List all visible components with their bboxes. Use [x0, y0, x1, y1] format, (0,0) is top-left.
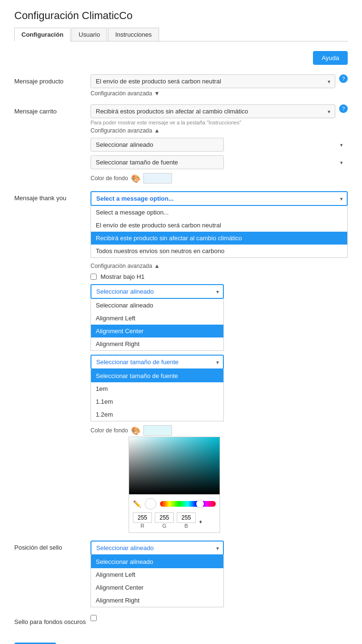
- rgb-row: R G B ⬧: [133, 512, 216, 529]
- mostrar-bajo-h1-row: Mostrar bajo H1: [90, 273, 348, 280]
- posicion-sello-content: Seleccionar alineado ▾ Seleccionar aline…: [90, 541, 348, 607]
- mensaje-producto-help[interactable]: ?: [339, 74, 348, 83]
- thank-you-align-container: Seleccionar alineado ▾ Seleccionar aline…: [90, 284, 348, 351]
- mensaje-carrito-label: Mensaje carrito: [14, 104, 90, 115]
- mensaje-producto-label: Mensaje producto: [14, 74, 90, 85]
- rgb-spinner[interactable]: ⬧: [199, 517, 202, 525]
- mensaje-carrito-config-avanzada[interactable]: Configuración avanzada ▲: [90, 127, 348, 134]
- footer: Guardar: [14, 633, 348, 644]
- mensaje-carrito-hint: Para poder mostrar este mensaje ve a la …: [90, 120, 348, 125]
- thank-you-config-avanzada[interactable]: Configuración avanzada ▲: [90, 263, 348, 269]
- font-option-2[interactable]: 1.1em: [91, 395, 223, 408]
- g-group: G: [155, 512, 174, 529]
- posicion-sello-dropdown-container: Seleccionar alineado ▾ Seleccionar aline…: [90, 541, 224, 607]
- tab-instrucciones[interactable]: Instrucciones: [108, 28, 159, 41]
- thank-you-color-box[interactable]: [143, 425, 172, 436]
- mensaje-producto-select[interactable]: El envío de este producto será carbon ne…: [90, 74, 335, 88]
- align-option-1[interactable]: Alignment Left: [91, 312, 223, 325]
- sello-align-option-3[interactable]: Alignment Right: [91, 594, 223, 607]
- carrito-rainbow-icon[interactable]: 🎨: [131, 174, 141, 183]
- thank-you-color-fondo-label: Color de fondo: [90, 427, 128, 434]
- g-input[interactable]: [155, 512, 174, 523]
- sello-fondos-oscuros-checkbox[interactable]: [90, 615, 97, 621]
- mensaje-producto-config-avanzada[interactable]: Configuración avanzada ▼: [90, 90, 348, 97]
- align-option-2[interactable]: Alignment Center: [91, 325, 223, 337]
- thank-you-font-dropdown: Seleccionar tamaño de fuente 1em 1.1em 1…: [90, 369, 224, 421]
- mensaje-carrito-row: Mensaje carrito Recibirá estos productos…: [14, 104, 348, 184]
- posicion-sello-row: Posición del sello Seleccionar alineado …: [14, 541, 348, 607]
- thank-you-dropdown-list: Select a message option... El envío de e…: [90, 206, 348, 258]
- tab-configuracion[interactable]: Configuración: [14, 28, 70, 41]
- thank-you-color-fondo-row: Color de fondo 🎨: [90, 425, 348, 436]
- carrito-color-fondo-label: Color de fondo: [90, 175, 128, 182]
- mensaje-carrito-help[interactable]: ?: [339, 104, 348, 113]
- ayuda-button[interactable]: Ayuda: [313, 51, 348, 65]
- carrito-align-select[interactable]: Seleccionar alineado: [90, 138, 224, 152]
- font-option-3[interactable]: 1.2em: [91, 408, 223, 421]
- color-picker-controls: ✏️ R G: [129, 494, 220, 532]
- sello-align-option-2[interactable]: Alignment Center: [91, 581, 223, 594]
- mensaje-carrito-content: Recibirá estos productos sin afectar al …: [90, 104, 348, 184]
- carrito-align-chevron: ▾: [340, 142, 343, 148]
- mostrar-bajo-h1-label: Mostrar bajo H1: [101, 273, 144, 280]
- carrito-font-select[interactable]: Seleccionar tamaño de fuente: [90, 155, 224, 169]
- posicion-sello-select[interactable]: Seleccionar alineado: [90, 541, 224, 555]
- page-title: Configuración ClimaticCo: [14, 10, 348, 22]
- mensaje-producto-row: Mensaje producto El envío de este produc…: [14, 74, 348, 97]
- thank-you-option-3[interactable]: Todos nuestros envíos son neutros en car…: [91, 245, 347, 257]
- thank-you-align-dropdown: Seleccionar alineado Alignment Left Alig…: [90, 299, 224, 351]
- eyedropper-icon[interactable]: ✏️: [133, 500, 141, 508]
- b-input[interactable]: [177, 512, 196, 523]
- hue-slider[interactable]: [160, 501, 216, 507]
- hue-thumb: [196, 500, 204, 508]
- thank-you-option-0[interactable]: Select a message option...: [91, 206, 347, 219]
- thank-you-main-select[interactable]: Select a message option...: [90, 191, 348, 206]
- font-option-0[interactable]: Seleccionar tamaño de fuente: [91, 369, 223, 382]
- color-preview-circle: [145, 498, 156, 510]
- carrito-color-fondo-row: Color de fondo 🎨: [90, 173, 348, 184]
- sello-fondos-oscuros-row: Sello para fondos oscuros: [14, 615, 348, 625]
- r-input[interactable]: [133, 512, 152, 523]
- sello-align-option-0[interactable]: Seleccionar alineado: [91, 555, 223, 568]
- color-picker-row1: ✏️: [133, 498, 216, 510]
- thank-you-font-select[interactable]: Seleccionar tamaño de fuente: [90, 355, 224, 369]
- b-label: B: [184, 523, 188, 529]
- mensaje-thank-you-row: Mensaje thank you Select a message optio…: [14, 191, 348, 533]
- tab-usuario[interactable]: Usuario: [71, 28, 107, 41]
- thank-you-dropdown-container: Select a message option... ▾ Select a me…: [90, 191, 348, 258]
- mensaje-producto-content: El envío de este producto será carbon ne…: [90, 74, 348, 97]
- r-group: R: [133, 512, 152, 529]
- tabs-bar: Configuración Usuario Instrucciones: [14, 28, 348, 41]
- color-gradient-canvas[interactable]: [129, 437, 220, 494]
- carrito-font-wrapper: Seleccionar tamaño de fuente ▾: [90, 155, 348, 169]
- header-row: Ayuda: [14, 51, 348, 65]
- carrito-align-wrapper: Seleccionar alineado ▾: [90, 138, 348, 152]
- mensaje-thank-you-content: Select a message option... ▾ Select a me…: [90, 191, 348, 533]
- carrito-font-chevron: ▾: [340, 159, 343, 165]
- sello-fondos-oscuros-content: [90, 615, 348, 623]
- g-label: G: [162, 523, 167, 529]
- color-picker-popup: ✏️ R G: [129, 437, 220, 533]
- thank-you-option-2[interactable]: Recibirá este producto sin afectar al ca…: [91, 232, 347, 245]
- posicion-sello-label: Posición del sello: [14, 541, 90, 551]
- align-option-0[interactable]: Seleccionar alineado: [91, 299, 223, 312]
- align-option-3[interactable]: Alignment Right: [91, 337, 223, 350]
- thank-you-rainbow-icon[interactable]: 🎨: [131, 426, 141, 435]
- mensaje-thank-you-label: Mensaje thank you: [14, 191, 90, 202]
- mensaje-carrito-select[interactable]: Recibirá estos productos sin afectar al …: [90, 104, 335, 118]
- b-group: B: [177, 512, 196, 529]
- sello-align-option-1[interactable]: Alignment Left: [91, 568, 223, 581]
- font-option-1[interactable]: 1em: [91, 382, 223, 395]
- mostrar-bajo-h1-checkbox[interactable]: [90, 274, 97, 280]
- thank-you-font-container: Seleccionar tamaño de fuente ▾ Seleccion…: [90, 355, 348, 421]
- posicion-sello-dropdown: Seleccionar alineado Alignment Left Alig…: [90, 555, 224, 607]
- r-label: R: [141, 523, 144, 529]
- thank-you-option-1[interactable]: El envío de este producto será carbon ne…: [91, 219, 347, 232]
- carrito-color-box[interactable]: [143, 173, 172, 184]
- thank-you-align-select[interactable]: Seleccionar alineado: [90, 284, 224, 299]
- sello-fondos-oscuros-label: Sello para fondos oscuros: [14, 615, 90, 625]
